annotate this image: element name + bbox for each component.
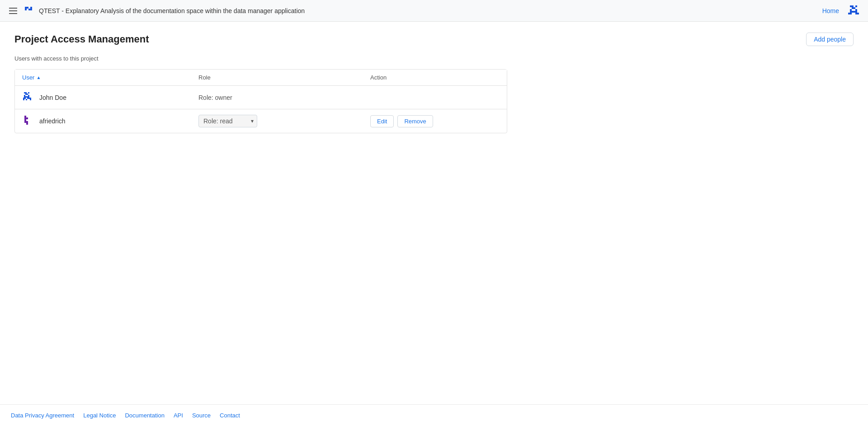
sort-arrow-icon: ▲ (36, 75, 41, 80)
table-header: User ▲ Role Action (15, 70, 507, 86)
column-header-user[interactable]: User ▲ (22, 74, 198, 81)
svg-rect-61 (26, 117, 28, 119)
role-cell-john-doe: Role: owner (198, 94, 370, 101)
app-logo (24, 6, 33, 15)
menu-icon[interactable] (7, 6, 19, 16)
user-cell-afriedrich: afriedrich (22, 115, 198, 127)
svg-rect-56 (28, 99, 30, 100)
svg-rect-18 (854, 9, 855, 11)
svg-rect-46 (23, 98, 24, 99)
svg-rect-40 (27, 95, 28, 96)
svg-rect-8 (850, 5, 852, 7)
svg-rect-29 (857, 13, 859, 14)
column-header-role: Role (198, 74, 370, 81)
svg-rect-28 (855, 13, 857, 14)
svg-rect-6 (30, 7, 32, 9)
action-cell-afriedrich: Edit Remove (370, 115, 500, 127)
svg-rect-67 (26, 123, 28, 125)
svg-rect-47 (24, 98, 26, 99)
svg-rect-44 (27, 96, 28, 98)
svg-rect-31 (25, 92, 27, 94)
svg-rect-42 (24, 96, 25, 98)
footer-link-legal-notice[interactable]: Legal Notice (83, 412, 116, 419)
svg-rect-54 (26, 99, 27, 100)
svg-rect-65 (28, 117, 29, 125)
svg-rect-32 (27, 92, 28, 94)
main-content: Project Access Management Add people Use… (0, 22, 868, 404)
svg-rect-41 (28, 95, 29, 96)
svg-rect-53 (24, 99, 26, 100)
svg-rect-43 (25, 96, 27, 98)
navbar-title: QTEST - Explanatory Analysis of the docu… (39, 7, 305, 14)
svg-rect-4 (28, 7, 30, 9)
navbar-left: QTEST - Explanatory Analysis of the docu… (7, 6, 305, 16)
remove-button[interactable]: Remove (397, 115, 433, 127)
svg-rect-14 (854, 7, 855, 9)
svg-rect-27 (854, 13, 855, 14)
page-subtitle: Users with access to this project (14, 55, 854, 62)
column-header-action: Action (370, 74, 500, 81)
svg-rect-25 (850, 13, 852, 14)
table-row: afriedrich Role: read Role: write Role: … (15, 109, 507, 133)
svg-rect-49 (27, 98, 28, 99)
svg-rect-52 (23, 99, 24, 100)
footer-link-source[interactable]: Source (192, 412, 211, 419)
navbar-right: Home (822, 4, 861, 18)
footer-link-documentation[interactable]: Documentation (125, 412, 164, 419)
avatar-john-doe (22, 91, 35, 104)
svg-rect-33 (28, 92, 29, 94)
svg-rect-12 (850, 7, 852, 9)
role-select-wrapper[interactable]: Role: read Role: write Role: admin ▾ (198, 115, 257, 127)
svg-rect-38 (24, 95, 25, 96)
svg-rect-45 (28, 96, 29, 98)
add-people-button[interactable]: Add people (806, 33, 854, 46)
role-select-afriedrich[interactable]: Role: read Role: write Role: admin (198, 115, 257, 127)
svg-rect-16 (850, 9, 852, 11)
page-header: Project Access Management Add people (14, 33, 854, 46)
svg-rect-34 (24, 94, 25, 95)
navbar: QTEST - Explanatory Analysis of the docu… (0, 0, 868, 22)
svg-rect-36 (27, 94, 28, 95)
svg-rect-24 (848, 13, 850, 14)
svg-rect-50 (28, 98, 30, 99)
home-link[interactable]: Home (822, 7, 839, 14)
svg-rect-21 (852, 11, 854, 13)
svg-rect-2 (25, 9, 27, 10)
svg-rect-23 (855, 11, 857, 13)
svg-rect-13 (852, 7, 854, 9)
svg-rect-60 (24, 117, 26, 121)
svg-rect-3 (27, 9, 28, 10)
user-name-afriedrich: afriedrich (39, 117, 66, 125)
svg-rect-37 (28, 94, 29, 95)
footer-link-contact[interactable]: Contact (220, 412, 240, 419)
svg-rect-5 (28, 9, 30, 10)
svg-rect-63 (24, 121, 26, 123)
svg-rect-51 (30, 98, 31, 99)
user-avatar-nav[interactable] (846, 4, 861, 18)
edit-button[interactable]: Edit (370, 115, 394, 127)
svg-rect-7 (30, 9, 32, 10)
footer-link-api[interactable]: API (174, 412, 183, 419)
svg-rect-0 (25, 7, 27, 9)
role-text-john-doe: Role: owner (198, 94, 232, 101)
role-cell-afriedrich: Role: read Role: write Role: admin ▾ (198, 115, 370, 127)
page-title: Project Access Management (14, 33, 149, 45)
svg-rect-64 (26, 121, 28, 123)
footer: Data Privacy Agreement Legal Notice Docu… (0, 404, 868, 426)
users-table: User ▲ Role Action (14, 69, 507, 133)
svg-rect-35 (25, 94, 27, 95)
footer-link-data-privacy[interactable]: Data Privacy Agreement (11, 412, 74, 419)
svg-rect-20 (850, 11, 852, 13)
svg-rect-15 (855, 7, 857, 9)
user-name-john-doe: John Doe (39, 94, 66, 101)
svg-rect-66 (24, 123, 26, 125)
svg-rect-62 (26, 119, 28, 121)
svg-rect-39 (25, 95, 27, 96)
svg-rect-19 (855, 9, 857, 11)
svg-rect-26 (852, 13, 854, 14)
table-row: John Doe Role: owner (15, 86, 507, 109)
svg-rect-1 (27, 7, 28, 9)
svg-rect-17 (852, 9, 854, 11)
svg-rect-59 (26, 116, 28, 117)
svg-rect-48 (26, 98, 27, 99)
